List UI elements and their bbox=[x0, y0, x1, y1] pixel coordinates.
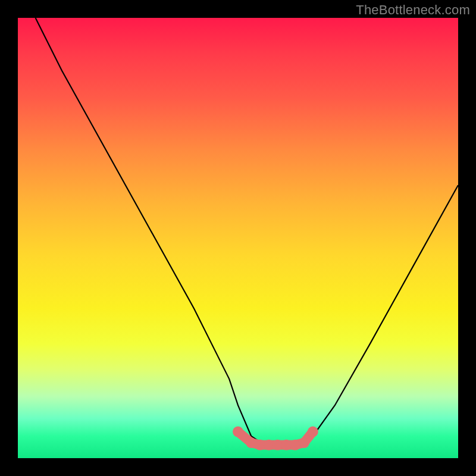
optimal-range-dots bbox=[233, 427, 318, 450]
optimal-range-dot bbox=[299, 437, 309, 448]
optimal-range-dot bbox=[233, 427, 243, 437]
bottleneck-curve-line bbox=[36, 18, 458, 445]
chart-frame: TheBottleneck.com bbox=[0, 0, 476, 476]
bottleneck-curve-plot bbox=[18, 18, 458, 458]
watermark-text: TheBottleneck.com bbox=[356, 2, 470, 18]
optimal-range-dot bbox=[308, 427, 318, 437]
